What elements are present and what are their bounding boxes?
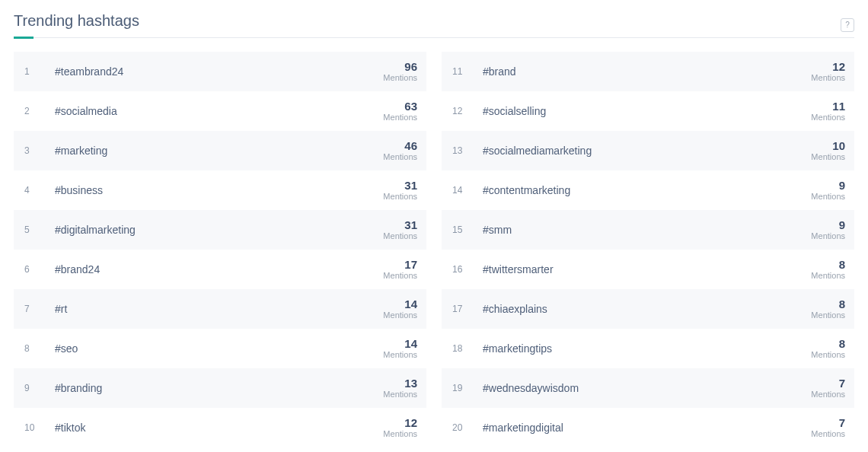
hashtag-text: #socialmediamarketing [483, 145, 811, 157]
hashtag-text: #smm [483, 224, 811, 236]
rank-number: 16 [449, 264, 483, 275]
mentions-label: Mentions [383, 231, 417, 241]
list-item[interactable]: 12 #socialselling 11 Mentions [442, 91, 854, 131]
mention-count: 17 [383, 258, 417, 271]
hashtag-text: #tiktok [55, 422, 383, 434]
mentions-label: Mentions [383, 271, 417, 281]
mentions-label: Mentions [383, 310, 417, 320]
metrics: 14 Mentions [383, 298, 417, 320]
mentions-label: Mentions [811, 310, 845, 320]
list-item[interactable]: 10 #tiktok 12 Mentions [14, 408, 426, 447]
mention-count: 11 [811, 100, 845, 113]
mentions-label: Mentions [383, 192, 417, 202]
mention-count: 10 [811, 139, 845, 152]
metrics: 10 Mentions [811, 139, 845, 162]
list-item[interactable]: 6 #brand24 17 Mentions [14, 250, 426, 289]
list-item[interactable]: 19 #wednesdaywisdom 7 Mentions [442, 368, 854, 408]
metrics: 9 Mentions [811, 179, 845, 202]
mentions-label: Mentions [383, 390, 417, 399]
mentions-label: Mentions [383, 152, 417, 162]
hashtag-text: #marketingtips [483, 342, 811, 355]
metrics: 31 Mentions [383, 179, 417, 202]
hashtag-text: #business [55, 184, 383, 196]
hashtag-text: #contentmarketing [483, 184, 811, 196]
mention-count: 14 [383, 298, 417, 310]
list-item[interactable]: 18 #marketingtips 8 Mentions [442, 329, 854, 368]
rank-number: 19 [449, 383, 483, 393]
list-item[interactable]: 7 #rt 14 Mentions [14, 289, 426, 329]
mention-count: 31 [383, 218, 417, 231]
hashtag-column-right: 11 #brand 12 Mentions 12 #socialselling … [442, 52, 854, 447]
mention-count: 8 [811, 298, 845, 310]
mention-count: 12 [811, 60, 845, 73]
hashtag-text: #chiaexplains [483, 303, 811, 315]
rank-number: 4 [21, 185, 55, 196]
mention-count: 46 [383, 139, 417, 152]
mention-count: 13 [383, 377, 417, 390]
hashtag-text: #marketingdigital [483, 422, 811, 434]
list-item[interactable]: 1 #teambrand24 96 Mentions [14, 52, 426, 91]
mentions-label: Mentions [811, 152, 845, 162]
list-item[interactable]: 5 #digitalmarketing 31 Mentions [14, 210, 426, 250]
metrics: 63 Mentions [383, 100, 417, 123]
header-underline [14, 37, 854, 38]
hashtag-column-left: 1 #teambrand24 96 Mentions 2 #socialmedi… [14, 52, 426, 447]
mention-count: 12 [383, 416, 417, 429]
mention-count: 7 [811, 416, 845, 429]
hashtag-text: #teambrand24 [55, 65, 383, 78]
rank-number: 18 [449, 343, 483, 354]
mention-count: 14 [383, 337, 417, 350]
metrics: 8 Mentions [811, 337, 845, 360]
list-item[interactable]: 4 #business 31 Mentions [14, 170, 426, 210]
mentions-label: Mentions [811, 231, 845, 241]
trending-hashtags-panel: Trending hashtags ? 1 #teambrand24 96 Me… [0, 0, 868, 452]
list-item[interactable]: 9 #branding 13 Mentions [14, 368, 426, 408]
rank-number: 17 [449, 304, 483, 314]
mention-count: 31 [383, 179, 417, 192]
list-item[interactable]: 11 #brand 12 Mentions [442, 52, 854, 91]
rank-number: 11 [449, 66, 483, 77]
header-underline-accent [14, 37, 34, 39]
panel-title: Trending hashtags [14, 12, 139, 30]
metrics: 12 Mentions [383, 416, 417, 439]
metrics: 12 Mentions [811, 60, 845, 83]
mention-count: 9 [811, 179, 845, 192]
hashtag-text: #branding [55, 382, 383, 394]
hashtag-text: #wednesdaywisdom [483, 382, 811, 394]
mentions-label: Mentions [811, 350, 845, 360]
list-item[interactable]: 13 #socialmediamarketing 10 Mentions [442, 131, 854, 170]
mention-count: 8 [811, 337, 845, 350]
help-button[interactable]: ? [841, 18, 854, 32]
mention-count: 96 [383, 60, 417, 73]
list-item[interactable]: 15 #smm 9 Mentions [442, 210, 854, 250]
metrics: 96 Mentions [383, 60, 417, 83]
panel-header: Trending hashtags ? [14, 12, 854, 37]
mentions-label: Mentions [811, 390, 845, 399]
metrics: 8 Mentions [811, 298, 845, 320]
list-item[interactable]: 8 #seo 14 Mentions [14, 329, 426, 368]
mentions-label: Mentions [383, 350, 417, 360]
list-item[interactable]: 14 #contentmarketing 9 Mentions [442, 170, 854, 210]
list-item[interactable]: 3 #marketing 46 Mentions [14, 131, 426, 170]
rank-number: 13 [449, 145, 483, 156]
mention-count: 8 [811, 258, 845, 271]
hashtag-columns: 1 #teambrand24 96 Mentions 2 #socialmedi… [14, 52, 854, 447]
list-item[interactable]: 17 #chiaexplains 8 Mentions [442, 289, 854, 329]
metrics: 9 Mentions [811, 218, 845, 241]
list-item[interactable]: 20 #marketingdigital 7 Mentions [442, 408, 854, 447]
metrics: 7 Mentions [811, 416, 845, 439]
hashtag-text: #socialmedia [55, 105, 383, 117]
rank-number: 5 [21, 224, 55, 235]
list-item[interactable]: 2 #socialmedia 63 Mentions [14, 91, 426, 131]
mentions-label: Mentions [383, 73, 417, 83]
rank-number: 8 [21, 343, 55, 354]
metrics: 13 Mentions [383, 377, 417, 399]
list-item[interactable]: 16 #twittersmarter 8 Mentions [442, 250, 854, 289]
mentions-label: Mentions [383, 429, 417, 439]
rank-number: 14 [449, 185, 483, 196]
hashtag-text: #digitalmarketing [55, 224, 383, 236]
metrics: 7 Mentions [811, 377, 845, 399]
rank-number: 15 [449, 224, 483, 235]
rank-number: 12 [449, 106, 483, 116]
hashtag-text: #brand24 [55, 263, 383, 275]
